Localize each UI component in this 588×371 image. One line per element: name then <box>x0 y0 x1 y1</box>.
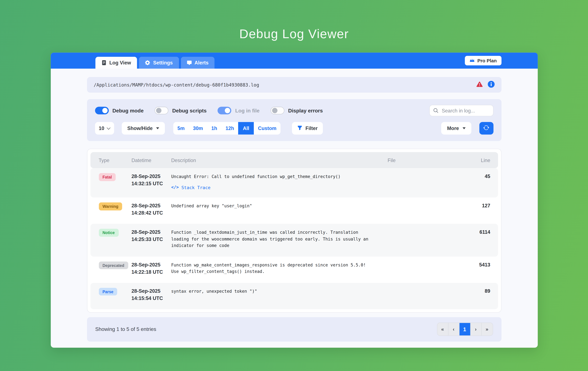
tab-label: Settings <box>153 60 173 66</box>
type-badge: Deprecated <box>99 261 128 269</box>
log-time: 14:22:18 UTC <box>131 269 167 276</box>
tab-alerts[interactable]: Alerts <box>181 57 215 69</box>
log-date: 28-Sep-2025 <box>131 173 167 180</box>
more-label: More <box>447 125 459 131</box>
controls-row: 10 Show/Hide 5m 30m 1h 12h All Custom <box>95 122 493 134</box>
card-header: Log View Settings Alerts <box>51 53 538 69</box>
log-date: 28-Sep-2025 <box>131 261 167 268</box>
page-size-select[interactable]: 10 <box>95 122 114 134</box>
crown-icon <box>469 58 475 63</box>
type-badge: Notice <box>99 229 118 237</box>
refresh-button[interactable] <box>479 122 493 134</box>
filter-label: Filter <box>305 125 317 131</box>
card-body: /Applications/MAMP/htdocs/wp-content/deb… <box>51 69 538 348</box>
log-line: 45 <box>471 173 498 179</box>
pro-plan-label: Pro Plan <box>477 58 497 63</box>
page-size-value: 10 <box>99 125 104 131</box>
pagination-last-button[interactable]: » <box>481 323 493 336</box>
log-line: 127 <box>471 203 498 209</box>
column-header-description: Description <box>167 157 382 163</box>
pagination-prev-button[interactable]: ‹ <box>448 323 459 336</box>
column-header-file: File <box>382 157 471 163</box>
table-row: Parse 28-Sep-2025 14:15:54 UTC syntax er… <box>90 283 498 309</box>
tab-settings[interactable]: Settings <box>139 57 179 69</box>
chevron-down-icon <box>107 126 110 130</box>
log-time: 14:25:33 UTC <box>131 236 167 243</box>
time-filter-30m[interactable]: 30m <box>189 122 207 134</box>
column-header-datetime: Datetime <box>125 157 167 163</box>
log-date: 28-Sep-2025 <box>131 288 167 295</box>
debug-mode-label: Debug mode <box>112 108 144 113</box>
caret-down-icon <box>462 127 465 129</box>
time-filter-12h[interactable]: 12h <box>221 122 238 134</box>
chat-icon <box>187 60 191 65</box>
table-row: Deprecated 28-Sep-2025 14:22:18 UTC Func… <box>90 256 498 283</box>
column-header-type: Type <box>90 157 126 163</box>
pagination-page-1-button[interactable]: 1 <box>459 323 471 336</box>
log-description: syntax error, unexpected token ")" <box>171 288 375 295</box>
show-hide-button[interactable]: Show/Hide <box>122 122 165 134</box>
table-footer: Showing 1 to 5 of 5 entries « ‹ 1 › » <box>87 317 501 341</box>
log-description: Undefined array key "user_login" <box>171 203 375 210</box>
tab-log-view[interactable]: Log View <box>95 57 137 69</box>
info-circle-icon[interactable] <box>488 81 494 89</box>
type-badge: Fatal <box>99 173 116 181</box>
display-errors-toggle[interactable] <box>271 107 284 114</box>
column-header-line: Line <box>471 157 498 163</box>
type-badge: Parse <box>99 288 117 296</box>
debug-scripts-label: Debug scripts <box>172 108 207 113</box>
time-filter-5m[interactable]: 5m <box>173 122 189 134</box>
file-text-icon <box>101 60 106 65</box>
funnel-icon <box>297 125 302 131</box>
log-date: 28-Sep-2025 <box>131 202 167 210</box>
stack-trace-link[interactable]: </> Stack Trace <box>171 185 210 190</box>
pagination-next-button[interactable]: › <box>471 323 482 336</box>
log-line: 5413 <box>471 262 498 267</box>
caret-down-icon <box>156 127 159 129</box>
file-path-bar: /Applications/MAMP/htdocs/wp-content/deb… <box>87 77 501 93</box>
log-table: Type Datetime Description File Line Fata… <box>87 149 501 312</box>
log-date: 28-Sep-2025 <box>131 229 167 236</box>
log-in-file-toggle[interactable] <box>218 107 231 114</box>
log-line: 89 <box>471 288 498 294</box>
controls-panel: Debug mode Debug scripts Log in file Dis… <box>87 99 501 141</box>
pagination: « ‹ 1 › » <box>437 323 493 336</box>
time-filter-all[interactable]: All <box>238 122 254 134</box>
debug-mode-toggle[interactable] <box>95 107 108 114</box>
table-header-row: Type Datetime Description File Line <box>90 152 498 168</box>
log-description: Function _load_textdomain_just_in_time w… <box>171 229 375 249</box>
time-filter-group: 5m 30m 1h 12h All Custom <box>173 122 281 134</box>
warning-triangle-icon <box>476 81 483 89</box>
log-file-path: /Applications/MAMP/htdocs/wp-content/deb… <box>94 82 259 88</box>
more-button[interactable]: More <box>441 122 471 134</box>
log-description: Function wp_make_content_images_responsi… <box>171 262 375 275</box>
gear-icon <box>145 60 150 65</box>
log-description: Uncaught Error: Call to undefined functi… <box>171 173 375 180</box>
time-filter-1h[interactable]: 1h <box>207 122 221 134</box>
search-input[interactable] <box>429 105 493 116</box>
table-body: Fatal 28-Sep-2025 14:32:15 UTC Uncaught … <box>90 168 498 309</box>
refresh-icon <box>483 125 489 132</box>
display-errors-label: Display errors <box>288 108 323 113</box>
time-filter-custom[interactable]: Custom <box>254 122 281 134</box>
debug-log-viewer-card: Log View Settings Alerts <box>51 53 538 348</box>
log-time: 14:28:42 UTC <box>131 210 167 217</box>
table-row: Warning 28-Sep-2025 14:28:42 UTC Undefin… <box>90 198 498 224</box>
stack-trace-label: Stack Trace <box>181 185 210 190</box>
code-icon: </> <box>171 185 179 190</box>
toggles-row: Debug mode Debug scripts Log in file Dis… <box>95 105 493 116</box>
type-badge: Warning <box>99 202 122 211</box>
tab-label: Alerts <box>195 60 209 66</box>
tab-bar: Log View Settings Alerts <box>95 57 215 69</box>
pro-plan-button[interactable]: Pro Plan <box>465 56 501 65</box>
entries-summary: Showing 1 to 5 of 5 entries <box>95 327 156 332</box>
page-title: Debug Log Viewer <box>0 0 588 41</box>
log-line: 6114 <box>471 229 498 235</box>
table-row: Notice 28-Sep-2025 14:25:33 UTC Function… <box>90 224 498 256</box>
table-row: Fatal 28-Sep-2025 14:32:15 UTC Uncaught … <box>90 168 498 198</box>
log-time: 14:32:15 UTC <box>131 180 167 187</box>
filter-button[interactable]: Filter <box>292 122 323 134</box>
show-hide-label: Show/Hide <box>127 125 153 131</box>
pagination-first-button[interactable]: « <box>437 323 448 336</box>
debug-scripts-toggle[interactable] <box>155 107 168 114</box>
